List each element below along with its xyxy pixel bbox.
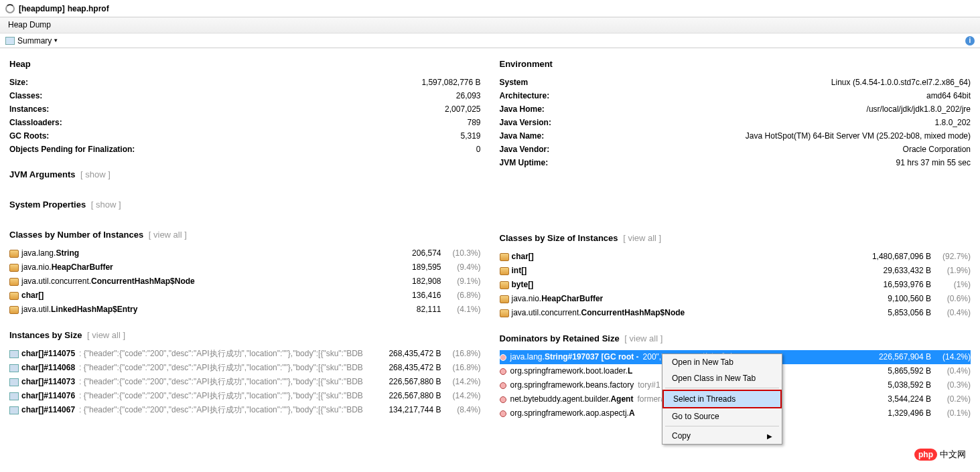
class-icon [9, 264, 19, 272]
heap-value: 789 [467, 116, 480, 129]
classes-by-num-row[interactable]: char[]136,4166.8% [9, 289, 481, 303]
classes-by-num-row[interactable]: java.nio.HeapCharBuffer189,5959.4% [9, 260, 481, 274]
instance-by-size-name: char[]#114068 [21, 361, 75, 375]
classes-by-num-row[interactable]: java.lang.String206,57410.3% [9, 246, 481, 260]
subtitle-text: Heap Dump [8, 20, 51, 29]
classes-by-size-row[interactable]: java.nio.HeapCharBuffer9,100,560 B0.6% [500, 292, 971, 306]
classes-by-num-row[interactable]: java.util.LinkedHashMap$Entry82,1114.1% [9, 303, 481, 317]
classes-by-size-name: java.util.concurrent.ConcurrentHashMap$N… [512, 306, 685, 320]
env-key: Java Home: [500, 102, 545, 116]
heap-value: 26,093 [456, 89, 481, 102]
heap-key: Classes: [9, 89, 42, 102]
dominators-header: Dominators by Retained Size [ view all ] [500, 333, 971, 343]
heap-row: Classes:26,093 [9, 89, 481, 102]
classes-by-num-percent: 10.3% [444, 246, 481, 260]
classes-by-size-name: java.nio.HeapCharBuffer [512, 292, 604, 306]
instance-by-size-percent: 14.2% [444, 375, 481, 389]
heap-key: GC Roots: [9, 129, 49, 143]
instance-by-size-row[interactable]: char[]#114076: {"header":{"code":"200","… [9, 389, 481, 403]
classes-by-num-percent: 9.4% [444, 260, 481, 274]
title-bar: [heapdump] heap.hprof [0, 0, 980, 17]
classes-by-num-name: java.util.concurrent.ConcurrentHashMap$N… [21, 274, 195, 289]
dominator-value: 226,567,904 B [857, 350, 931, 364]
instance-by-size-row[interactable]: char[]#114067: {"header":{"code":"200","… [9, 403, 481, 417]
class-icon [9, 406, 19, 414]
classes-by-size-name: char[] [512, 250, 534, 264]
instance-icon [500, 368, 506, 375]
classes-by-size-percent: 0.4% [934, 306, 971, 320]
instance-by-size-percent: 16.8% [444, 361, 481, 375]
instance-by-size-row[interactable]: char[]#114075: {"header":{"code":"200","… [9, 347, 481, 361]
summary-dropdown[interactable]: Summary [17, 36, 52, 46]
class-icon [9, 350, 19, 358]
class-icon [9, 292, 19, 300]
class-icon [500, 253, 509, 261]
sysprops-header: System Properties [ show ] [9, 200, 481, 210]
classes-by-size-name: int[] [512, 264, 527, 278]
classes-by-size-value: 5,853,056 B [857, 306, 931, 320]
classes-by-num-value: 189,595 [368, 260, 441, 274]
menu-item[interactable]: Open in New Tab [662, 354, 782, 370]
instance-by-size-percent: 16.8% [444, 347, 481, 361]
instance-icon [500, 410, 506, 417]
classes-by-num-viewall-link[interactable]: [ view all ] [149, 230, 187, 240]
classes-by-num-header: Classes by Number of Instances [ view al… [9, 230, 481, 240]
chevron-down-icon[interactable]: ▼ [53, 37, 58, 44]
classes-by-size-percent: 0.6% [934, 292, 971, 306]
dominator-value: 3,544,224 B [857, 392, 931, 406]
menu-item-label: Open Class in New Tab [672, 374, 756, 383]
classes-by-num-name: char[] [21, 289, 44, 303]
menu-item[interactable]: Open Class in New Tab [662, 370, 782, 386]
instance-by-size-detail: : {"header":{"code":"200","desc":"API执行成… [79, 347, 364, 361]
instance-by-size-row[interactable]: char[]#114073: {"header":{"code":"200","… [9, 375, 481, 389]
menu-item[interactable]: Select in Threads [662, 390, 782, 408]
env-row: Java Version:1.8.0_202 [500, 116, 971, 129]
env-value: /usr/local/jdk/jdk1.8.0_202/jre [867, 102, 971, 116]
classes-by-num-name: java.nio.HeapCharBuffer [21, 260, 113, 274]
classes-by-size-viewall-link[interactable]: [ view all ] [623, 233, 661, 243]
menu-item-label: Open in New Tab [672, 358, 733, 367]
classes-by-num-row[interactable]: java.util.concurrent.ConcurrentHashMap$N… [9, 274, 481, 289]
heap-header: Heap [9, 59, 481, 69]
env-key: Java Vendor: [500, 143, 550, 156]
dominator-name: java.lang.String#197037 [GC root - [510, 350, 639, 364]
env-value: Linux (5.4.54-1.0.0.std7c.el7.2.x86_64) [831, 76, 971, 89]
classes-by-size-percent: 92.7% [934, 250, 971, 264]
instance-by-size-detail: : {"header":{"code":"200","desc":"API执行成… [79, 389, 364, 403]
heap-value: 5,319 [460, 129, 480, 143]
heap-row: Size:1,597,082,776 B [9, 76, 481, 89]
instance-by-size-detail: : {"header":{"code":"200","desc":"API执行成… [79, 375, 364, 389]
classes-by-size-row[interactable]: byte[]16,593,976 B1% [500, 278, 971, 292]
classes-by-size-header: Classes by Size of Instances [ view all … [500, 233, 971, 243]
menu-item[interactable]: Go to Source [662, 408, 782, 423]
classes-by-size-value: 1,480,687,096 B [857, 250, 931, 264]
class-icon [9, 250, 19, 258]
info-icon[interactable]: i [965, 36, 975, 46]
classes-by-size-row[interactable]: java.util.concurrent.ConcurrentHashMap$N… [500, 306, 971, 320]
instances-by-size-viewall-link[interactable]: [ view all ] [87, 330, 125, 340]
subtitle-bar: Heap Dump [0, 17, 980, 33]
classes-by-size-row[interactable]: char[]1,480,687,096 B92.7% [500, 250, 971, 264]
env-row: SystemLinux (5.4.54-1.0.0.std7c.el7.2.x8… [500, 76, 971, 89]
classes-by-size-percent: 1% [934, 278, 971, 292]
classes-by-num-value: 182,908 [368, 274, 441, 289]
classes-by-size-name: byte[] [512, 278, 534, 292]
summary-icon [5, 37, 15, 45]
dominators-viewall-link[interactable]: [ view all ] [624, 333, 662, 343]
classes-by-num-value: 82,111 [368, 303, 441, 317]
classes-by-num-name: java.util.LinkedHashMap$Entry [21, 303, 137, 317]
instance-by-size-value: 268,435,472 B [368, 347, 441, 361]
dominator-value: 1,329,496 B [857, 406, 931, 420]
classes-by-size-value: 29,633,432 B [857, 264, 931, 278]
env-key: Architecture: [500, 89, 550, 102]
classes-by-size-row[interactable]: int[]29,633,432 B1.9% [500, 264, 971, 278]
left-column: Heap Size:1,597,082,776 BClasses:26,093I… [0, 48, 490, 423]
instance-by-size-name: char[]#114067 [21, 403, 75, 417]
instance-by-size-row[interactable]: char[]#114068: {"header":{"code":"200","… [9, 361, 481, 375]
dominator-name: org.springframework.beans.factory [510, 378, 634, 392]
jvmargs-show-link[interactable]: [ show ] [80, 169, 111, 179]
sysprops-show-link[interactable]: [ show ] [91, 200, 121, 210]
env-key: Java Name: [500, 129, 545, 143]
classes-by-num-value: 136,416 [368, 289, 441, 303]
env-key: System [500, 76, 529, 89]
